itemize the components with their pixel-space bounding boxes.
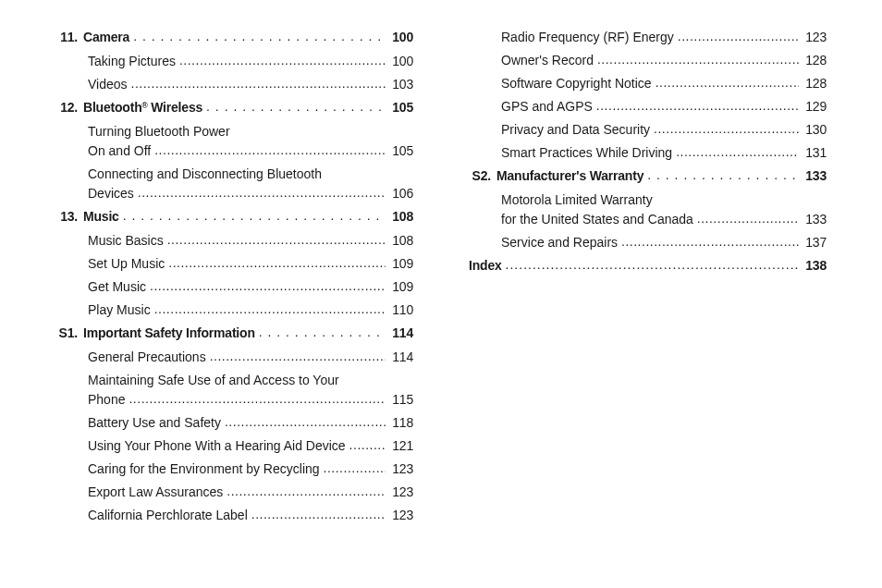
spacer [55,165,83,203]
page-number: 105 [386,98,413,117]
dot-leaders: ........................................… [129,389,386,409]
sub-title-line1: Connecting and Disconnecting Bluetooth [83,165,413,184]
chapter-title: Camera [83,28,133,47]
dot-leaders: ........................................… [168,253,386,273]
sub-title: Play Music [83,300,154,320]
page-number: 133 [799,166,827,186]
toc-sub-entry: Battery Use and Safety..................… [55,413,413,433]
page-number: 128 [799,51,827,70]
toc-sub-entry: California Perchlorate Label............… [55,506,413,525]
sub-title: Battery Use and Safety [83,413,225,433]
toc-sub-entry: General Precautions.....................… [55,348,413,367]
spacer [55,371,83,410]
page-number: 115 [386,390,413,410]
dot-leaders: . . . . . . . . . . . . . . . . . . . . … [123,206,386,226]
dot-leaders: ........................................… [349,435,386,455]
dot-leaders: ........................................… [621,232,799,251]
dot-leaders: ........................................… [154,300,386,319]
dot-leaders: ........................................… [154,141,386,160]
chapter-number: 12. [55,98,83,117]
sub-title: Caring for the Environment by Recycling [83,459,324,479]
toc-sub-entry-multiline: Maintaining Safe Use of and Access to Yo… [55,371,413,410]
page-number: 106 [386,184,413,203]
toc-chapter-entry: 11.Camera. . . . . . . . . . . . . . . .… [55,28,413,47]
toc-sub-entry: Caring for the Environment by Recycling.… [55,459,413,479]
sub-title: Taking Pictures [83,52,179,71]
sub-title-line1: Maintaining Safe Use of and Access to Yo… [83,371,413,390]
page-number: 123 [386,483,413,502]
index-title: Index [469,256,506,276]
spacer [55,122,83,161]
toc-sub-entry: Software Copyright Notice...............… [469,74,827,93]
dot-leaders: ........................................… [506,255,799,275]
sub-title-line2: On and Off [83,141,154,161]
dot-leaders: . . . . . . . . . . . . . . . . . . . . … [647,165,799,185]
dot-leaders: ........................................… [654,119,799,139]
toc-sub-entry: Taking Pictures.........................… [55,52,413,71]
sub-title: Music Basics [83,231,167,251]
page-number: 118 [386,413,413,433]
dot-leaders: ........................................… [676,142,799,162]
dot-leaders: ........................................… [324,459,386,478]
toc-sub-entry-multiline: Connecting and Disconnecting BluetoothDe… [55,165,413,203]
toc-sub-entry: Set Up Music............................… [55,254,413,274]
sub-title: Videos [83,75,131,94]
dot-leaders: ........................................… [138,183,386,202]
sub-title: Software Copyright Notice [496,74,655,93]
sub-title-line1: Motorola Limited Warranty [496,190,827,210]
dot-leaders: ........................................… [150,276,386,296]
toc-chapter-entry: 13.Music. . . . . . . . . . . . . . . . … [55,207,413,227]
chapter-number: S1. [55,324,83,343]
page-number: 123 [386,459,413,479]
dot-leaders: ........................................… [678,27,799,46]
dot-leaders: ........................................… [227,482,386,501]
dot-leaders: ........................................… [697,209,799,228]
page-number: 110 [386,300,413,320]
page-number: 109 [386,277,413,297]
dot-leaders: ........................................… [179,51,386,70]
chapter-number: 13. [55,207,83,227]
page-number: 138 [799,256,827,276]
chapter-title: Music [83,207,123,227]
dot-leaders: ........................................… [597,50,799,69]
dot-leaders: . . . . . . . . . . . . . . . . . . . . … [133,27,386,46]
sub-title: General Precautions [83,348,210,367]
sub-title-line2: Phone [83,390,129,410]
sub-title-line2: Devices [83,184,138,203]
chapter-number: S2. [469,166,496,186]
dot-leaders: . . . . . . . . . . . . . . . . . . . . … [206,97,386,116]
page-number: 129 [799,97,827,116]
page-number: 133 [799,210,827,229]
dot-leaders: ........................................… [167,230,386,250]
dot-leaders: ........................................… [225,412,386,432]
chapter-number: 11. [55,28,83,47]
page-number: 103 [386,75,413,94]
page-number: 109 [386,254,413,274]
toc-sub-entry: Play Music..............................… [55,300,413,320]
toc-sub-entry: Smart Practices While Driving...........… [469,143,827,163]
dot-leaders: ........................................… [596,96,799,116]
toc-sub-entry: Owner's Record..........................… [469,51,827,70]
toc-sub-entry: Radio Frequency (RF) Energy.............… [469,28,827,47]
page-number: 131 [799,143,827,163]
page-number: 108 [386,231,413,251]
page-number: 128 [799,74,827,93]
sub-title: Owner's Record [496,51,597,70]
sub-title: Service and Repairs [496,233,621,252]
sub-title: Get Music [83,277,150,297]
toc-sub-entry: Privacy and Data Security...............… [469,120,827,140]
dot-leaders: ........................................… [251,505,386,524]
page-number: 114 [386,348,413,367]
sub-title-line2: for the United States and Canada [496,210,697,229]
toc-sub-entry: Export Law Assurances...................… [55,483,413,502]
page-number: 114 [386,324,413,343]
sub-title: Using Your Phone With a Hearing Aid Devi… [83,436,349,456]
sub-title: California Perchlorate Label [83,506,251,525]
page-number: 123 [799,28,827,47]
sub-title: Smart Practices While Driving [496,143,676,163]
spacer [469,190,496,229]
toc-sub-entry: Get Music...............................… [55,277,413,297]
dot-leaders: ........................................… [210,347,386,366]
page-number: 121 [386,436,413,456]
page-number: 108 [386,207,413,227]
